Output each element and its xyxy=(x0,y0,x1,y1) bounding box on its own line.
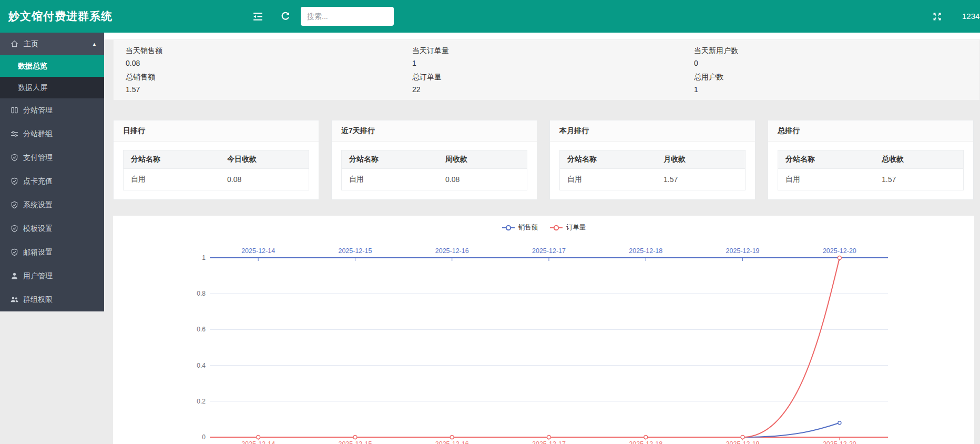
x-axis-bottom-label: 2025-12-17 xyxy=(532,440,566,444)
ranking-card-title: 总排行 xyxy=(768,120,973,142)
table-row: 自用0.08 xyxy=(342,169,527,190)
menu-fold-icon[interactable] xyxy=(251,10,264,23)
sidebar-item-label: 邮箱设置 xyxy=(23,248,53,257)
y-axis-tick-label: 0.4 xyxy=(197,362,206,369)
data-point-orders xyxy=(644,436,648,439)
x-axis-bottom-label: 2025-12-19 xyxy=(726,440,760,444)
sidebar: 主页▲数据总览数据大屏分站管理分站群组支付管理点卡充值系统设置模板设置邮箱设置用… xyxy=(0,33,104,311)
sidebar-item-substation-management[interactable]: 分站管理 xyxy=(0,98,104,122)
amount-cell: 0.08 xyxy=(220,169,309,190)
stat-label: 当天销售额 xyxy=(126,46,412,56)
legend-marker-icon xyxy=(502,225,515,231)
x-axis-top-label: 2025-12-17 xyxy=(532,247,566,255)
substation-name-cell: 自用 xyxy=(124,169,220,190)
app-title: 妙文馆付费进群系统 xyxy=(8,0,113,33)
stat-label: 总用户数 xyxy=(694,73,979,82)
table-row: 自用0.08 xyxy=(124,169,309,190)
y-axis-tick-label: 0.2 xyxy=(197,398,206,405)
sidebar-item-template-settings[interactable]: 模板设置 xyxy=(0,217,104,240)
legend-label: 订单量 xyxy=(566,223,586,232)
sidebar-item-label: 群组权限 xyxy=(23,295,53,305)
ranking-card-title: 日排行 xyxy=(114,120,319,142)
legend-label: 销售额 xyxy=(518,223,538,232)
column-header-name: 分站名称 xyxy=(342,150,438,169)
legend-item-orders[interactable]: 订单量 xyxy=(549,223,586,232)
x-axis-top-label: 2025-12-18 xyxy=(629,247,662,255)
sidebar-item-payment-management[interactable]: 支付管理 xyxy=(0,146,104,169)
data-point-sales xyxy=(838,421,841,425)
x-axis-top-label: 2025-12-20 xyxy=(823,247,856,255)
sidebar-item-data-screen[interactable]: 数据大屏 xyxy=(0,77,104,98)
substation-name-cell: 自用 xyxy=(560,169,657,190)
fullscreen-icon[interactable] xyxy=(932,11,943,22)
stat-label: 总订单量 xyxy=(412,73,694,82)
sales-orders-chart: 00.20.40.60.812025-12-142025-12-152025-1… xyxy=(113,216,974,444)
stat-today-sales: 当天销售额0.08 xyxy=(126,46,412,73)
sidebar-item-system-settings[interactable]: 系统设置 xyxy=(0,193,104,217)
sidebar-item-group-permissions[interactable]: 群组权限 xyxy=(0,288,104,311)
ranking-table: 分站名称总收款自用1.57 xyxy=(778,150,964,190)
column-header-amount: 月收款 xyxy=(656,150,745,169)
x-axis-bottom-label: 2025-12-18 xyxy=(629,440,662,444)
sidebar-item-label: 数据总览 xyxy=(18,62,47,71)
sidebar-item-data-overview[interactable]: 数据总览 xyxy=(0,55,104,77)
sidebar-item-label: 分站群组 xyxy=(23,129,53,139)
search-input[interactable] xyxy=(301,7,394,26)
sidebar-item-label: 数据大屏 xyxy=(18,83,47,93)
y-axis-tick-label: 0 xyxy=(202,433,206,441)
ranking-card-last-7-days: 近7天排行分站名称周收款自用0.08 xyxy=(331,120,537,200)
chart-legend: 销售额订单量 xyxy=(113,223,974,232)
sidebar-item-substation-groups[interactable]: 分站群组 xyxy=(0,122,104,146)
sidebar-item-label: 系统设置 xyxy=(23,200,53,210)
ranking-table: 分站名称今日收款自用0.08 xyxy=(123,150,309,190)
stat-today-new-users: 当天新用户数0 xyxy=(694,46,979,73)
stat-value: 22 xyxy=(412,85,694,94)
stats-panel: 当天销售额0.08当天订单量1当天新用户数0总销售额1.57总订单量22总用户数… xyxy=(113,39,980,100)
sidebar-item-card-recharge[interactable]: 点卡充值 xyxy=(0,169,104,193)
stat-value: 0.08 xyxy=(126,59,412,67)
x-axis-top-label: 2025-12-14 xyxy=(241,247,275,255)
sales-orders-chart-panel: 销售额订单量 00.20.40.60.812025-12-142025-12-1… xyxy=(113,216,974,444)
shield-check-icon xyxy=(10,248,19,257)
refresh-icon[interactable] xyxy=(280,11,291,22)
sidebar-item-label: 主页 xyxy=(24,39,38,49)
sidebar-item-label: 点卡充值 xyxy=(23,177,53,186)
legend-item-sales[interactable]: 销售额 xyxy=(502,223,538,232)
shield-check-icon xyxy=(10,177,19,186)
ranking-table: 分站名称周收款自用0.08 xyxy=(341,150,527,190)
data-point-orders xyxy=(741,436,744,439)
data-point-orders xyxy=(353,436,357,439)
stat-today-orders: 当天订单量1 xyxy=(412,46,694,73)
table-row: 自用1.57 xyxy=(560,169,746,190)
x-axis-bottom-label: 2025-12-16 xyxy=(435,440,469,444)
header-bar: 妙文馆付费进群系统 12345 xyxy=(0,0,980,33)
x-axis-top-label: 2025-12-16 xyxy=(435,247,469,255)
sidebar-item-email-settings[interactable]: 邮箱设置 xyxy=(0,240,104,264)
stat-label: 总销售额 xyxy=(126,73,412,82)
column-header-name: 分站名称 xyxy=(124,150,220,169)
column-header-name: 分站名称 xyxy=(778,150,875,169)
amount-cell: 1.57 xyxy=(874,169,963,190)
ranking-table: 分站名称月收款自用1.57 xyxy=(559,150,746,190)
sidebar-item-home[interactable]: 主页▲ xyxy=(0,33,104,55)
amount-cell: 1.57 xyxy=(656,169,745,190)
series-line-orders xyxy=(258,258,840,437)
stat-value: 0 xyxy=(694,59,979,67)
ranking-card-daily: 日排行分站名称今日收款自用0.08 xyxy=(113,120,319,200)
sidebar-item-user-management[interactable]: 用户管理 xyxy=(0,264,104,288)
sidebar-item-label: 分站管理 xyxy=(23,106,53,115)
ranking-card-monthly: 本月排行分站名称月收款自用1.57 xyxy=(549,120,756,200)
column-header-amount: 今日收款 xyxy=(220,150,309,169)
sidebar-item-label: 用户管理 xyxy=(23,271,53,281)
home-icon xyxy=(10,39,19,48)
data-point-orders xyxy=(838,256,841,260)
sidebar-item-label: 模板设置 xyxy=(23,224,53,234)
legend-marker-icon xyxy=(549,225,563,231)
data-point-orders xyxy=(257,436,260,439)
user-menu[interactable]: 12345 xyxy=(962,0,980,33)
sidebar-item-label: 支付管理 xyxy=(23,153,53,163)
x-axis-bottom-label: 2025-12-20 xyxy=(823,440,856,444)
ranking-card-title: 近7天排行 xyxy=(332,120,537,142)
stat-value: 1 xyxy=(412,59,694,67)
y-axis-tick-label: 1 xyxy=(202,254,206,261)
